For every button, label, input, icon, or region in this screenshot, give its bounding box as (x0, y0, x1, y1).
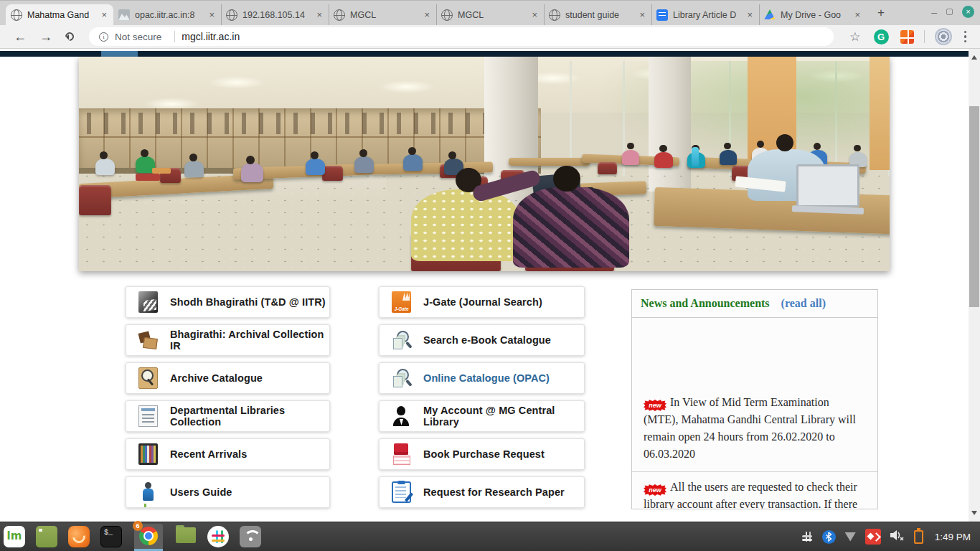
mint-menu-icon[interactable]: lm (4, 526, 25, 547)
photo-shape (322, 166, 343, 181)
security-label: Not secure (115, 32, 161, 42)
grammarly-extension-icon[interactable]: G (874, 29, 889, 44)
page-scrollbar[interactable] (969, 49, 980, 522)
info-icon[interactable]: i (99, 32, 108, 42)
quick-link-card[interactable]: Search e-Book Catalogue (379, 324, 585, 356)
slack-tray-icon[interactable] (801, 530, 814, 543)
terminal-icon[interactable]: $_ (100, 526, 122, 547)
quick-link-icon (138, 443, 158, 465)
tab-title: Library Article D (673, 10, 740, 20)
quick-link-card[interactable]: Request for Research Paper (379, 476, 585, 508)
quick-link-label: Departmental Libraries Collection (170, 405, 329, 428)
news-list: newIn View of Mid Term Examination (MTE)… (632, 387, 877, 509)
quick-link-card[interactable]: Book Purchase Request (379, 438, 585, 470)
quick-link-card[interactable]: J-Gate J-Gate (Journal Search) (379, 286, 585, 318)
browser-tab[interactable]: opac.iitr.ac.in:8 × (113, 4, 221, 25)
photo-shape (776, 134, 793, 151)
page-viewport: Shodh Bhagirathi (T&D @ IITR) Bhagirathi… (0, 49, 980, 522)
url-text: mgcl.iitr.ac.in (182, 31, 240, 42)
forward-icon[interactable]: → (39, 30, 52, 43)
profile-avatar[interactable] (935, 28, 952, 45)
quick-link-label: Bhagirathi: Archival Collection IR (170, 329, 329, 352)
photo-shape (659, 145, 666, 152)
quick-link-icon (392, 443, 411, 465)
quick-link-card[interactable]: Archive Catalogue (126, 362, 330, 394)
tab-title: Mahatma Gand (27, 10, 95, 20)
quick-link-icon (138, 329, 158, 351)
quick-link-card[interactable]: Users Guide (126, 476, 330, 508)
scrollbar-thumb[interactable] (969, 106, 979, 307)
quick-link-card[interactable]: Bhagirathi: Archival Collection IR (126, 324, 330, 356)
tab-close-icon[interactable]: × (530, 9, 539, 20)
browser-menu-icon[interactable] (964, 31, 967, 43)
show-desktop-icon[interactable] (36, 526, 57, 547)
photo-shape (189, 154, 197, 161)
quick-link-card[interactable]: My Account @ MG Central Library (379, 400, 585, 432)
minimize-button[interactable]: – (931, 9, 937, 16)
photo-shape (209, 76, 265, 89)
tab-close-icon[interactable]: × (100, 9, 108, 20)
browser-tab[interactable]: Mahatma Gand × (6, 4, 113, 25)
address-bar: ← → i Not secure mgcl.iitr.ac.in ☆ G (0, 25, 980, 49)
tab-title: opac.iitr.ac.in:8 (135, 10, 202, 20)
quick-link-label: Search e-Book Catalogue (423, 334, 551, 346)
photo-shape (379, 80, 435, 93)
bookmark-star-icon[interactable]: ☆ (849, 29, 860, 44)
scroll-down-icon[interactable] (971, 511, 977, 518)
tab-favicon (764, 9, 776, 21)
news-read-all-link[interactable]: (read all) (781, 297, 826, 310)
photo-shape (311, 151, 319, 159)
browser-tab[interactable]: 192.168.105.14 × (221, 4, 329, 25)
quick-link-card[interactable]: Departmental Libraries Collection (126, 400, 330, 432)
browser-tab[interactable]: MGCL × (329, 4, 436, 25)
bluetooth-icon[interactable] (822, 530, 836, 544)
tab-favicon (334, 9, 345, 21)
file-manager-icon[interactable] (175, 527, 197, 549)
quick-link-card[interactable]: Recent Arrivals (126, 438, 330, 470)
url-field[interactable]: i Not secure mgcl.iitr.ac.in (89, 27, 834, 46)
quick-link-icon: J-Gate (392, 291, 411, 313)
tab-close-icon[interactable]: × (745, 9, 754, 20)
network-app-icon[interactable] (240, 526, 261, 547)
slack-icon[interactable] (207, 526, 229, 547)
taskbar-clock[interactable]: 1:49 PM (935, 532, 971, 542)
refresh-icon[interactable] (65, 32, 74, 41)
tab-title: 192.168.105.14 (242, 10, 310, 20)
tab-close-icon[interactable]: × (207, 9, 216, 20)
browser-tab[interactable]: student guide × (544, 4, 651, 25)
photo-shape (720, 150, 737, 165)
extension-icon[interactable] (900, 30, 914, 44)
quick-link-label: Recent Arrivals (170, 448, 247, 460)
firefox-icon[interactable] (68, 526, 90, 547)
new-tab-button[interactable]: + (872, 4, 890, 22)
news-title: News and Announcements (641, 297, 770, 310)
browser-tab[interactable]: Library Article D × (651, 4, 759, 25)
battery-icon[interactable] (914, 530, 923, 544)
anydesk-icon[interactable] (865, 529, 881, 545)
new-badge: new (644, 400, 666, 411)
quick-link-card[interactable]: Online Catalogue (OPAC) (379, 362, 585, 394)
tab-favicon (441, 9, 453, 21)
new-badge: new (644, 484, 666, 496)
maximize-button[interactable] (946, 9, 953, 15)
tab-favicon (549, 9, 560, 21)
news-item: newAll the users are requested to check … (632, 471, 877, 509)
tab-close-icon[interactable]: × (638, 9, 646, 20)
back-icon[interactable]: ← (14, 30, 27, 43)
quick-link-card[interactable]: Shodh Bhagirathi (T&D @ IITR) (126, 286, 330, 318)
wifi-icon[interactable] (844, 532, 857, 542)
browser-tab[interactable]: MGCL × (436, 4, 544, 25)
close-button[interactable]: × (962, 6, 974, 18)
quick-link-icon (138, 367, 158, 389)
browser-tab[interactable]: My Drive - Goo × (759, 4, 867, 25)
volume-muted-icon[interactable] (890, 529, 905, 545)
chrome-taskbar-item[interactable]: 6 (134, 524, 163, 550)
quick-link-icon (138, 291, 158, 313)
tab-close-icon[interactable]: × (315, 9, 324, 20)
scroll-up-icon[interactable] (971, 52, 977, 60)
navbar-highlight (101, 51, 138, 57)
photo-shape (184, 161, 204, 177)
tab-close-icon[interactable]: × (853, 9, 862, 20)
tab-close-icon[interactable]: × (423, 9, 431, 20)
tab-favicon (656, 9, 668, 21)
